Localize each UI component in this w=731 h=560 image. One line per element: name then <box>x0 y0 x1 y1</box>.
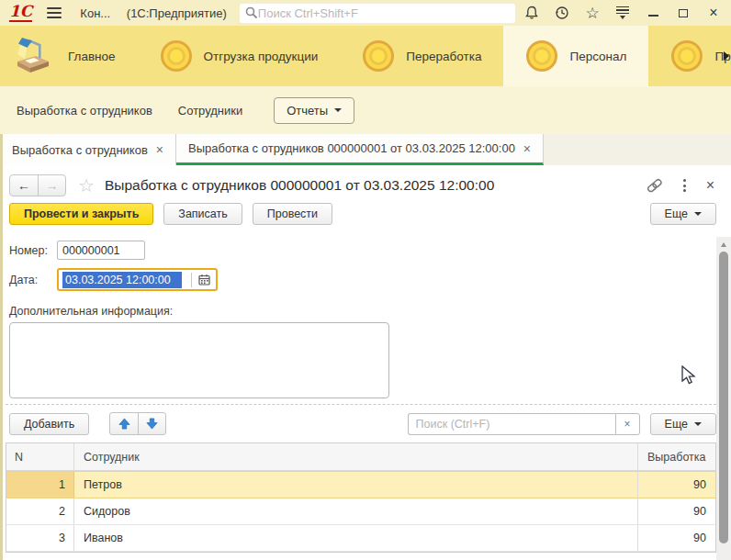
ribbon-section-processing[interactable]: Переработка <box>340 26 503 86</box>
nav-link-vyrabotka[interactable]: Выработка с отрудников <box>17 104 152 118</box>
main-menu-icon[interactable] <box>47 7 62 18</box>
col-header-output[interactable]: Выработка <box>638 443 715 470</box>
document-form: ← → ☆ Выработка с отрудников 000000001 о… <box>0 165 731 560</box>
document-actions: × <box>647 176 718 194</box>
command-bar: Провести и закрыть Записать Провести Еще <box>0 200 731 232</box>
table-row[interactable]: 2 Сидоров 90 <box>6 498 715 525</box>
table-row[interactable]: 3 Иванов 90 <box>6 525 715 552</box>
cell-output[interactable]: 90 <box>638 525 715 551</box>
clear-search-button[interactable]: × <box>615 413 640 435</box>
titlebar: 1С Кон... (1С:Предприятие) ☆ × <box>0 0 731 26</box>
scrollbar-thumb[interactable] <box>719 252 728 543</box>
comment-textarea[interactable] <box>9 322 389 398</box>
tab-close-icon[interactable]: × <box>156 143 163 156</box>
app-name: (1С:Предприятие) <box>127 6 227 20</box>
comment-label: Дополнительная информация: <box>9 305 731 318</box>
ribbon-section-label: Главное <box>68 50 116 63</box>
number-label: Номер: <box>9 244 57 257</box>
global-search-input[interactable] <box>258 6 510 20</box>
date-field-row: Дата: 03.03.2025 12:00:00 <box>9 268 731 291</box>
cell-n[interactable]: 2 <box>6 498 74 524</box>
form-more-button[interactable]: Еще <box>650 203 716 225</box>
ribbon-overflow-arrow-icon[interactable] <box>724 51 729 61</box>
kebab-menu-icon[interactable] <box>680 176 690 194</box>
reports-dropdown-button[interactable]: Отчеты <box>274 97 354 124</box>
chevron-down-icon <box>694 422 702 426</box>
ribbon-section-main[interactable]: Главное <box>0 26 138 86</box>
maximize-button[interactable] <box>675 5 692 21</box>
splitter[interactable] <box>6 404 716 405</box>
notifications-bell-icon[interactable] <box>523 5 540 21</box>
number-input[interactable] <box>57 241 145 260</box>
cell-output[interactable]: 90 <box>638 498 715 524</box>
ribbon-section-personnel[interactable]: Персонал <box>503 26 648 86</box>
nav-link-sotrudniki[interactable]: Сотрудники <box>178 104 242 118</box>
tab-vyrabotka-list[interactable]: Выработка с отрудников × <box>0 134 176 165</box>
config-name: Кон... <box>80 6 110 20</box>
search-icon <box>245 6 258 19</box>
date-input[interactable]: 03.03.2025 12:00:00 <box>57 268 218 291</box>
cell-output[interactable]: 90 <box>638 472 715 498</box>
global-search-box[interactable] <box>240 4 515 23</box>
subsystem-circle-icon <box>160 39 193 73</box>
table-search-input[interactable] <box>408 413 615 435</box>
cell-employee[interactable]: Иванов <box>74 525 638 551</box>
number-field-row: Номер: <box>9 241 731 260</box>
subsystem-circle-icon <box>525 39 558 73</box>
logo-1c-icon: 1С <box>9 4 32 22</box>
more-label: Еще <box>665 418 688 431</box>
app-window: 1С Кон... (1С:Предприятие) ☆ × <box>0 0 731 560</box>
vertical-scrollbar[interactable] <box>716 237 731 560</box>
minimize-button[interactable] <box>645 5 661 21</box>
move-down-button[interactable] <box>138 413 165 434</box>
cell-employee[interactable]: Петров <box>74 472 638 498</box>
history-icon[interactable] <box>554 5 570 21</box>
scroll-up-icon[interactable] <box>721 242 726 247</box>
employees-table: N Сотрудник Выработка 1 Петров 90 2 Сидо… <box>6 442 716 553</box>
move-down-icon <box>146 418 158 430</box>
date-label: Дата: <box>9 274 57 286</box>
calendar-picker-button[interactable] <box>192 270 216 289</box>
col-header-n[interactable]: N <box>6 443 74 470</box>
history-nav-group: ← → <box>9 174 66 196</box>
cell-employee[interactable]: Сидоров <box>74 498 638 524</box>
chevron-down-icon <box>694 212 702 216</box>
close-window-button[interactable]: × <box>705 5 722 21</box>
open-windows-tabbar: Выработка с отрудников × Выработка с отр… <box>0 134 731 165</box>
back-button[interactable]: ← <box>10 175 38 196</box>
date-value-selected: 03.03.2025 12:00:00 <box>62 272 182 288</box>
table-toolbar: Добавить × Еще <box>9 412 716 435</box>
forward-button[interactable]: → <box>38 175 65 196</box>
close-document-icon[interactable]: × <box>706 178 714 193</box>
add-row-button[interactable]: Добавить <box>9 413 89 435</box>
ribbon-section-label: Отгрузка продукции <box>204 50 319 63</box>
move-up-button[interactable] <box>110 413 138 434</box>
document-title: Выработка с отрудников 000000001 от 03.0… <box>105 177 494 194</box>
ribbon-section-raw-intake[interactable]: Приемка сырь <box>648 26 731 86</box>
table-search: × <box>408 413 640 435</box>
tab-vyrabotka-document[interactable]: Выработка с отрудников 000000001 от 03.0… <box>176 134 544 165</box>
ribbon-section-label: Переработка <box>406 50 481 63</box>
calendar-icon <box>198 274 210 286</box>
desk-lamp-icon <box>11 37 51 75</box>
favorite-star-icon[interactable]: ☆ <box>78 176 95 195</box>
cell-n[interactable]: 3 <box>6 525 74 551</box>
ribbon-section-shipment[interactable]: Отгрузка продукции <box>138 26 341 86</box>
tab-label: Выработка с отрудников <box>12 143 148 157</box>
favorites-star-icon[interactable]: ☆ <box>584 5 601 21</box>
post-and-close-button[interactable]: Провести и закрыть <box>9 203 153 225</box>
write-button[interactable]: Записать <box>163 203 242 225</box>
link-icon[interactable] <box>647 178 663 193</box>
window-title: Кон... (1С:Предприятие) <box>80 6 226 20</box>
table-row[interactable]: 1 Петров 90 <box>6 471 715 498</box>
more-label: Еще <box>665 207 688 220</box>
service-menu-icon[interactable] <box>614 5 631 21</box>
chevron-down-icon <box>334 108 342 112</box>
document-header: ← → ☆ Выработка с отрудников 000000001 о… <box>0 165 731 200</box>
cell-n[interactable]: 1 <box>6 472 74 498</box>
table-more-button[interactable]: Еще <box>650 413 716 435</box>
subsystem-circle-icon <box>362 39 395 73</box>
col-header-employee[interactable]: Сотрудник <box>74 443 638 470</box>
tab-close-icon[interactable]: × <box>523 142 531 155</box>
post-button[interactable]: Провести <box>253 203 332 225</box>
